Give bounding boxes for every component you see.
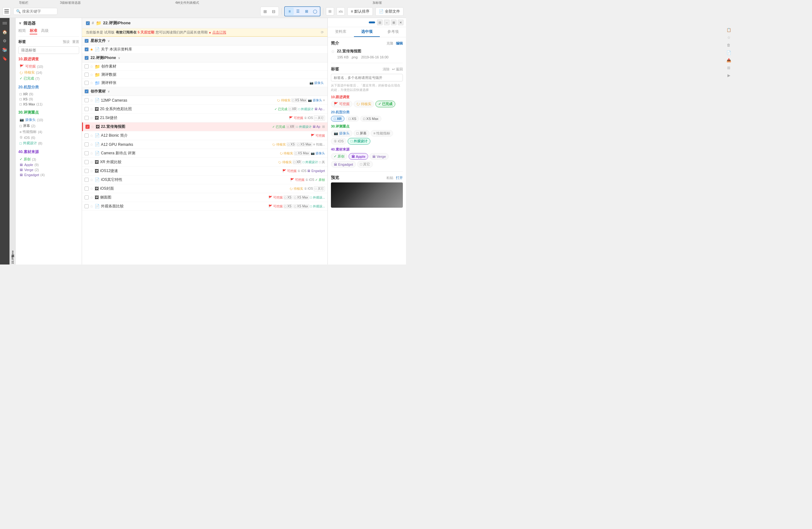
filter-tab-standard[interactable]: 标准 (30, 28, 37, 34)
edit-button[interactable]: 编辑 (396, 41, 403, 46)
star6[interactable]: ☆ (90, 142, 93, 147)
view-circle-btn[interactable]: ◯ (311, 8, 319, 15)
rtag-verge[interactable]: 🏛 Verge (369, 153, 389, 160)
tag-item-complete[interactable]: ✓已完成(7) (18, 75, 79, 82)
folder-checkbox[interactable] (85, 65, 89, 69)
tag-item-ios[interactable]: ①iOS(6) (18, 135, 79, 140)
tag-item-diggable[interactable]: 🚩可挖掘(10) (18, 63, 79, 69)
hamburger-icon[interactable] (1, 19, 9, 27)
rtag-pending[interactable]: ⭮ 待核实 (354, 101, 374, 107)
star-empty-2[interactable]: ☆ (90, 73, 93, 77)
star7[interactable]: ☆ (90, 151, 93, 156)
cb7[interactable] (85, 151, 89, 155)
rtag-design[interactable]: □ 外观设计 (348, 138, 371, 145)
section-iphone-expand[interactable]: ∨ (118, 56, 120, 60)
star-empty[interactable]: ☆ (90, 65, 93, 69)
all-files-button[interactable]: 📄 全部文件 (375, 7, 404, 16)
file-row-xr[interactable]: ☆ 🖼 XR 外观比较 ⭮ 待核实 □ XR □ 外观设计 □ 其 (82, 158, 328, 167)
file-row-camera[interactable]: ☆ 📄 Camera 新待点 评测 ⭮ 待核实 □ XS Max 📷 摄像头 (82, 149, 328, 158)
section-czzs-expand[interactable]: ∨ (107, 90, 110, 93)
star5[interactable]: ☆ (90, 133, 93, 138)
win-restore-btn[interactable]: ⊟ (377, 19, 383, 25)
cb[interactable] (85, 98, 89, 102)
cb2[interactable] (85, 107, 89, 111)
folder-checkbox-2[interactable] (85, 73, 89, 77)
file-row-color[interactable]: ☆ 🖼 20.全系列色彩比照 ✓ 已完成 □ XR □ 外观设计 🏛 Ap... (82, 105, 328, 114)
star3[interactable]: ☆ (90, 116, 93, 120)
rtag-perf[interactable]: ≡ 性能指标 (371, 130, 393, 137)
rtag-ios[interactable]: ① iOS (331, 138, 346, 145)
section-expand-icon[interactable]: ∨ (107, 39, 110, 43)
tag-item-engadget[interactable]: 🏛Engadget(4) (18, 172, 79, 177)
cb12[interactable] (85, 195, 89, 199)
section-iphone-header[interactable]: ✓ 22.评测iPhone ∨ (82, 54, 328, 62)
folder-row-cpyz[interactable]: ☆ 📁 测评样张 📷 摄像头 (82, 79, 328, 87)
star11[interactable]: ☆ (90, 187, 93, 191)
header-checkbox[interactable]: ✓ (86, 21, 90, 25)
view-grid-btn[interactable]: ⊞ (261, 8, 270, 15)
rtag-original[interactable]: ✓ 原创 (331, 153, 347, 160)
tag-item-camera[interactable]: 📷摄像头(10) (18, 117, 79, 123)
tag-item-screen[interactable]: □屏幕(2) (18, 123, 79, 129)
star12[interactable]: ☆ (90, 195, 93, 200)
reset-button[interactable]: 重置 (72, 40, 79, 44)
rtag-diggable[interactable]: 🚩 可挖掘 (331, 101, 352, 107)
preset-button[interactable]: 预设 (63, 40, 70, 44)
tag-item-apple[interactable]: 🏛Apple(9) (18, 162, 79, 167)
rtag-engadget[interactable]: 🏛 Engadget (331, 161, 356, 168)
star[interactable]: ☆ (90, 98, 93, 103)
filter-tag-input[interactable] (18, 46, 79, 54)
win-maximize-btn[interactable]: ⊞ (391, 19, 396, 25)
win-minimize-btn[interactable]: – (384, 19, 390, 25)
hamburger-menu-button[interactable] (2, 7, 11, 15)
file-row-sir[interactable]: ☆ 🖼 21.Sir捷径 🚩 可挖掘 ① iOS □ 其它 (82, 114, 328, 123)
clone-button[interactable]: 克隆 (387, 41, 393, 46)
star9[interactable]: ☆ (90, 169, 93, 173)
open-button[interactable]: 打开 (396, 175, 403, 180)
view-list-detail-btn[interactable]: ≡ (286, 8, 294, 15)
file-row-appearance[interactable]: ☆ 📄 外观各面比较 🚩 可挖掘 □ XS □ XS Max □ 外观设... (82, 202, 328, 211)
cb13[interactable] (85, 204, 89, 208)
file-row-a12gpu[interactable]: ☆ 📄 A12 GPU Remarks ⭮ 待核实 □ XS □ XS Max … (82, 140, 328, 149)
tag-item-xs[interactable]: □XS(9) (18, 97, 79, 102)
export-btn[interactable]: xls (337, 7, 345, 15)
view-kanban-btn[interactable]: ⊞ (303, 8, 311, 15)
folder-row-czzs[interactable]: ☆ 📁 创作素材 (82, 62, 328, 71)
filter-tab-advanced[interactable]: 高级 (41, 28, 48, 34)
folder-row-cpsjj[interactable]: ☆ 📁 测评数据 (82, 71, 328, 79)
tag-item-pending[interactable]: ⭮待核实(14) (18, 69, 79, 75)
rtag-xr[interactable]: □ XR (331, 116, 345, 121)
section-czzs-header[interactable]: ✓ 创作素材 ∨ (82, 87, 328, 96)
folder-checkbox-3[interactable] (85, 81, 89, 85)
section-checkbox[interactable]: ✓ (85, 39, 89, 43)
upgrade-button[interactable] (369, 22, 375, 23)
cb9[interactable] (85, 169, 89, 173)
section-czzs-checkbox[interactable]: ✓ (85, 89, 89, 94)
nav-library-icon[interactable]: 📚 (1, 46, 9, 53)
tag-category-40-title[interactable]: 40.素材来源 (18, 149, 79, 155)
rtag-camera[interactable]: 📷 摄像头 (331, 130, 352, 137)
search-box[interactable]: 🔍 (13, 8, 57, 15)
view-list-icon-btn[interactable]: ☰ (294, 8, 302, 15)
clear-button[interactable]: 清除 (383, 67, 390, 72)
file-row-iosfm[interactable]: ☆ 🖼 iOS封面 ⭮ 待核实 ① iOS □ 其它 (82, 184, 328, 193)
cb4[interactable]: ✓ (86, 125, 90, 129)
rtag-complete[interactable]: ✓ 已完成 (375, 101, 395, 107)
star8[interactable]: ☆ (90, 160, 93, 165)
rtag-apple[interactable]: 🏛 Apple (349, 153, 368, 160)
tag-item-verge[interactable]: 🏛Verge(2) (18, 167, 79, 172)
cb5[interactable] (85, 133, 89, 138)
trial-refresh-icon[interactable]: ⟳ (321, 30, 324, 34)
rtag-screen[interactable]: □ 屏幕 (354, 130, 369, 137)
tab-reference[interactable]: 参考项 (380, 27, 406, 37)
rtag-xs[interactable]: □ XS (346, 116, 359, 121)
cb6[interactable] (85, 142, 89, 146)
tag-category-20-title[interactable]: 20.机型分类 (18, 85, 79, 90)
tab-selected[interactable]: 选中项 (354, 27, 380, 37)
tag-input[interactable] (331, 74, 403, 82)
nav-settings-icon[interactable]: ⚙ (1, 37, 9, 44)
star2[interactable]: ☆ (90, 107, 93, 111)
file-checkbox[interactable]: ✓ (85, 47, 89, 52)
sort-button[interactable]: ≡ 默认排序 (347, 7, 373, 16)
file-row-side[interactable]: ☆ 🖼 侧面图 🚩 可挖掘 □ XS □ XS Max □ 外观设... (82, 193, 328, 202)
